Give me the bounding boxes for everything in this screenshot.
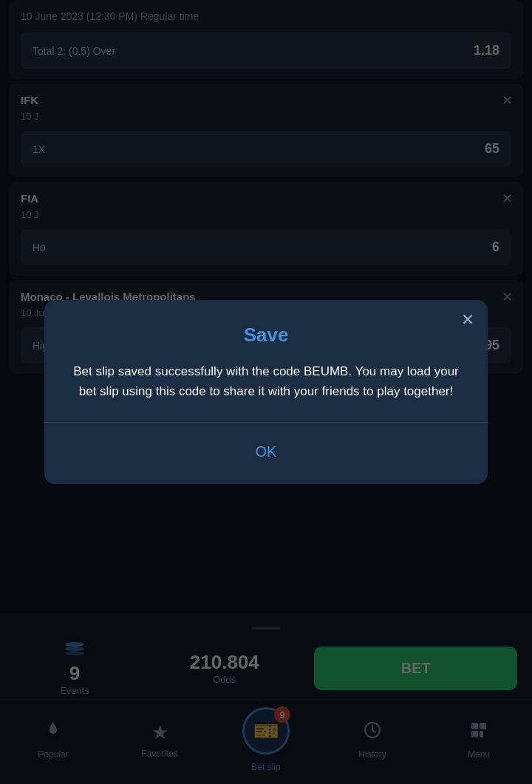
modal-overlay: ✕ Save Bet slip saved successfully with … [0, 0, 532, 784]
modal-message: Bet slip saved successfully with the cod… [71, 361, 461, 401]
modal-title: Save [71, 324, 461, 347]
modal-divider [44, 422, 488, 423]
modal-close-button[interactable]: ✕ [461, 310, 474, 330]
modal-box: ✕ Save Bet slip saved successfully with … [44, 300, 488, 484]
modal-ok-button[interactable]: OK [71, 443, 461, 460]
